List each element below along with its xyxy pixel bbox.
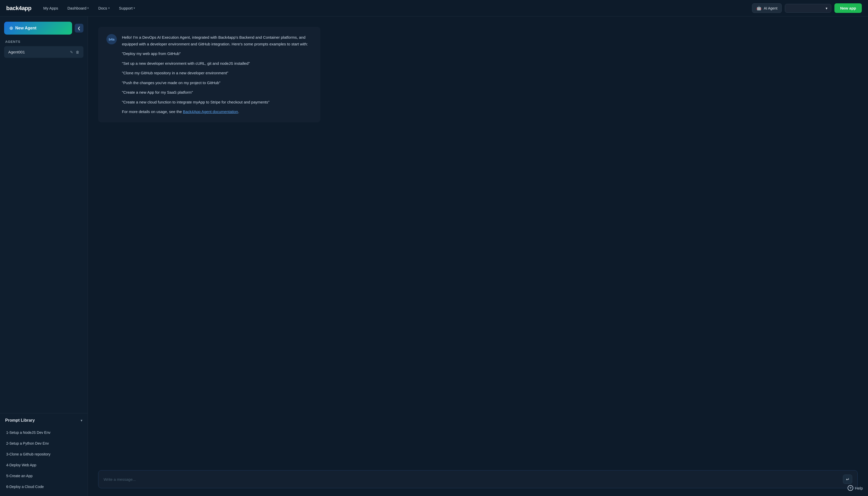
prompt-library-section: Prompt Library ▾ 1-Setup a NodeJS Dev En…	[0, 413, 88, 496]
prompt-item-3[interactable]: 3-Clone a Github repository	[5, 449, 83, 459]
nav-support[interactable]: Support ▾	[116, 4, 139, 12]
prompt-example-3: "Clone my GitHub repository in a new dev…	[122, 70, 312, 76]
edit-icon[interactable]: ✎	[70, 50, 73, 54]
prompt-library-title: Prompt Library	[5, 418, 35, 423]
prompt-example-6: "Create a new cloud function to integrat…	[122, 99, 312, 106]
nav-dashboard[interactable]: Dashboard ▾	[64, 4, 92, 12]
docs-paragraph: For more details on usage, see the Back4…	[122, 108, 312, 115]
prompt-item-1[interactable]: 1-Setup a NodeJS Dev Env	[5, 427, 83, 438]
prompt-items: 1-Setup a NodeJS Dev Env 2-Setup a Pytho…	[0, 427, 88, 496]
message-content: Hello! I'm a DevOps AI Execution Agent, …	[122, 34, 312, 115]
sidebar-top: ⊕ New Agent ❮	[0, 16, 88, 40]
agent-name: Agent001	[8, 50, 25, 54]
chat-area: b4a Hello! I'm a DevOps AI Execution Age…	[88, 16, 868, 496]
chat-messages: b4a Hello! I'm a DevOps AI Execution Age…	[88, 16, 868, 465]
agent-actions: ✎ 🗑	[70, 50, 79, 54]
chat-input-container: ↵	[98, 470, 858, 488]
nav: My Apps Dashboard ▾ Docs ▾ Support ▾	[40, 4, 744, 12]
agent-item[interactable]: Agent001 ✎ 🗑	[4, 46, 84, 58]
help-label: Help	[855, 486, 863, 490]
prompt-example-2: "Set up a new developer environment with…	[122, 60, 312, 67]
send-icon: ↵	[846, 477, 849, 482]
docs-suffix: .	[238, 109, 239, 114]
docs-link[interactable]: Back4App Agent documentation	[183, 109, 238, 114]
agents-section: Agents Agent001 ✎ 🗑	[0, 40, 88, 62]
chevron-down-icon: ▾	[80, 418, 83, 422]
chevron-down-icon: ▾	[134, 6, 135, 10]
prompt-library-header[interactable]: Prompt Library ▾	[0, 414, 88, 427]
collapse-sidebar-button[interactable]: ❮	[75, 24, 84, 32]
chevron-left-icon: ❮	[77, 26, 80, 30]
prompt-item-5[interactable]: 5-Create an App	[5, 471, 83, 481]
new-app-button[interactable]: New app	[834, 3, 862, 13]
nav-my-apps[interactable]: My Apps	[40, 4, 62, 12]
chevron-down-icon: ▾	[826, 6, 827, 10]
prompt-item-6[interactable]: 6-Deploy a Cloud Code	[5, 482, 83, 492]
docs-prefix: For more details on usage, see the	[122, 109, 183, 114]
agents-label: Agents	[4, 40, 84, 44]
logo: back4app	[6, 5, 31, 12]
prompt-item-2[interactable]: 2-Setup a Python Dev Env	[5, 438, 83, 449]
prompt-example-5: "Create a new App for my SaaS platform"	[122, 89, 312, 96]
prompt-example-1: "Deploy my web app from GitHub"	[122, 50, 312, 57]
robot-icon: 🤖	[757, 6, 762, 11]
message-bubble: b4a Hello! I'm a DevOps AI Execution Age…	[98, 27, 320, 122]
chat-input[interactable]	[104, 477, 840, 482]
welcome-paragraph: Hello! I'm a DevOps AI Execution Agent, …	[122, 34, 312, 47]
header: back4app My Apps Dashboard ▾ Docs ▾ Supp…	[0, 0, 868, 16]
ai-agent-button[interactable]: 🤖 AI Agent	[752, 3, 782, 13]
help-button[interactable]: ? Help	[848, 485, 863, 491]
send-button[interactable]: ↵	[843, 475, 852, 484]
prompt-item-4[interactable]: 4-Deploy Web App	[5, 460, 83, 470]
main-layout: ⊕ New Agent ❮ Agents Agent001 ✎ 🗑 Prompt…	[0, 16, 868, 496]
nav-right: 🤖 AI Agent ▾ New app	[752, 3, 862, 13]
nav-docs[interactable]: Docs ▾	[94, 4, 113, 12]
sidebar: ⊕ New Agent ❮ Agents Agent001 ✎ 🗑 Prompt…	[0, 16, 88, 496]
prompt-example-4: "Push the changes you've made on my proj…	[122, 79, 312, 86]
chat-input-area: ↵	[88, 465, 868, 496]
chevron-down-icon: ▾	[108, 6, 110, 10]
avatar: b4a	[106, 34, 117, 44]
plus-icon: ⊕	[9, 25, 13, 31]
help-circle-icon: ?	[848, 485, 853, 491]
delete-icon[interactable]: 🗑	[76, 50, 79, 54]
new-agent-button[interactable]: ⊕ New Agent	[4, 22, 72, 35]
chevron-down-icon: ▾	[87, 6, 89, 10]
app-selector[interactable]: ▾	[785, 4, 831, 13]
